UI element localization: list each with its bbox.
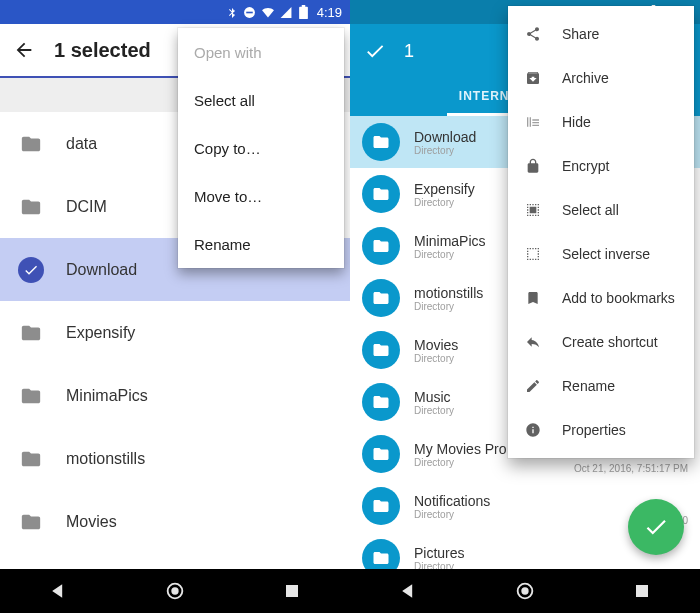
- menu-add-bookmarks[interactable]: Add to bookmarks: [508, 276, 694, 320]
- menu-select-inverse[interactable]: Select inverse: [508, 232, 694, 276]
- folder-icon: [362, 279, 400, 317]
- folder-icon: [18, 448, 44, 470]
- menu-open-with[interactable]: Open with: [178, 28, 344, 76]
- info-icon: [524, 421, 542, 439]
- item-date: Oct 21, 2016, 7:51:17 PM: [574, 463, 688, 474]
- item-label: Notifications: [414, 493, 616, 509]
- select-inverse-icon: [524, 245, 542, 263]
- battery-icon: [297, 5, 311, 19]
- item-label: motionstills: [66, 450, 145, 468]
- select-all-icon: [524, 201, 542, 219]
- list-item[interactable]: Music: [0, 553, 350, 569]
- folder-icon: [362, 123, 400, 161]
- hide-icon: [524, 113, 542, 131]
- status-clock: 4:19: [317, 5, 342, 20]
- menu-archive[interactable]: Archive: [508, 56, 694, 100]
- bookmark-icon: [524, 289, 542, 307]
- menu-copy-to[interactable]: Copy to…: [178, 124, 344, 172]
- folder-icon: [18, 133, 44, 155]
- bluetooth-icon: [225, 5, 239, 19]
- folder-icon: [18, 322, 44, 344]
- item-label: Movies: [66, 513, 117, 531]
- selection-title: 1 selected: [54, 39, 151, 62]
- back-button[interactable]: [12, 38, 36, 62]
- list-item[interactable]: motionstills: [0, 427, 350, 490]
- nav-home-button[interactable]: [505, 571, 545, 611]
- svg-point-5: [171, 587, 178, 594]
- item-label: Expensify: [66, 324, 135, 342]
- item-sub: Directory: [414, 457, 560, 468]
- folder-icon: [362, 539, 400, 569]
- svg-point-12: [521, 587, 528, 594]
- item-label: DCIM: [66, 198, 107, 216]
- wifi-icon: [261, 5, 275, 19]
- item-label: data: [66, 135, 97, 153]
- archive-icon: [524, 69, 542, 87]
- svg-rect-1: [246, 11, 253, 13]
- share-icon: [524, 25, 542, 43]
- list-item[interactable]: Movies: [0, 490, 350, 553]
- list-item[interactable]: MinimaPics: [0, 364, 350, 427]
- context-menu: Share Archive Hide Encrypt Select all Se…: [508, 6, 694, 458]
- menu-properties[interactable]: Properties: [508, 408, 694, 452]
- dnd-icon: [243, 5, 257, 19]
- folder-icon: [362, 435, 400, 473]
- nav-recents-button[interactable]: [622, 571, 662, 611]
- menu-move-to[interactable]: Move to…: [178, 172, 344, 220]
- folder-icon: [18, 196, 44, 218]
- folder-icon: [362, 175, 400, 213]
- menu-select-all[interactable]: Select all: [178, 76, 344, 124]
- nav-bar: [0, 569, 350, 613]
- svg-rect-3: [302, 5, 306, 8]
- nav-bar: [350, 569, 700, 613]
- menu-share[interactable]: Share: [508, 12, 694, 56]
- item-sub: Directory: [414, 561, 688, 570]
- menu-encrypt[interactable]: Encrypt: [508, 144, 694, 188]
- screen-a-file-manager: 4:19 1 selected data DCIM Download Expen…: [0, 0, 350, 613]
- svg-rect-2: [299, 7, 308, 19]
- confirm-fab[interactable]: [628, 499, 684, 555]
- status-bar: 4:19: [0, 0, 350, 24]
- item-label: Download: [66, 261, 137, 279]
- folder-icon: [362, 227, 400, 265]
- lock-icon: [524, 157, 542, 175]
- signal-icon: [279, 5, 293, 19]
- folder-icon: [362, 383, 400, 421]
- nav-home-button[interactable]: [155, 571, 195, 611]
- item-label: MinimaPics: [66, 387, 148, 405]
- reply-icon: [524, 333, 542, 351]
- check-icon: [18, 257, 44, 283]
- item-sub: Directory: [414, 509, 616, 520]
- done-button[interactable]: [364, 40, 386, 62]
- selection-title: 1: [404, 41, 414, 62]
- svg-rect-6: [286, 585, 298, 597]
- menu-hide[interactable]: Hide: [508, 100, 694, 144]
- menu-create-shortcut[interactable]: Create shortcut: [508, 320, 694, 364]
- menu-rename[interactable]: Rename: [508, 364, 694, 408]
- edit-icon: [524, 377, 542, 395]
- list-item[interactable]: Expensify: [0, 301, 350, 364]
- screen-b-file-manager: 4:18 1 INTERNAL MEMORY DownloadDirectory…: [350, 0, 700, 613]
- menu-rename[interactable]: Rename: [178, 220, 344, 268]
- folder-icon: [362, 331, 400, 369]
- folder-icon: [18, 511, 44, 533]
- folder-icon: [18, 385, 44, 407]
- folder-icon: [362, 487, 400, 525]
- context-menu: Open with Select all Copy to… Move to… R…: [178, 28, 344, 268]
- nav-back-button[interactable]: [388, 571, 428, 611]
- nav-back-button[interactable]: [38, 571, 78, 611]
- menu-select-all[interactable]: Select all: [508, 188, 694, 232]
- svg-rect-13: [636, 585, 648, 597]
- nav-recents-button[interactable]: [272, 571, 312, 611]
